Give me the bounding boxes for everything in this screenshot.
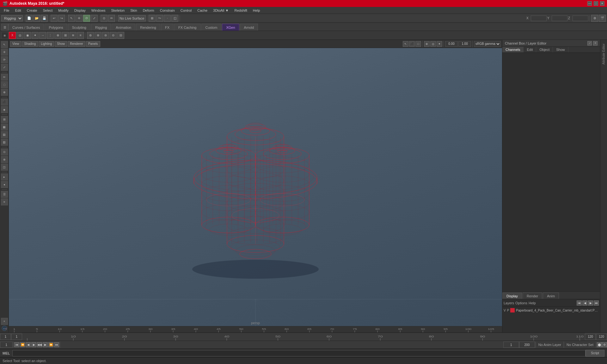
- close-button[interactable]: ✕: [600, 1, 604, 6]
- go-end-button[interactable]: ⏭: [54, 342, 59, 347]
- lt-rotate-tool[interactable]: ⟳: [1, 56, 8, 63]
- settings-button[interactable]: ⚙: [591, 15, 598, 22]
- display-layer-tab[interactable]: Display: [502, 293, 522, 299]
- layer-p-btn[interactable]: P: [507, 309, 509, 312]
- go-start-button[interactable]: ⏮: [14, 342, 19, 347]
- tab-animation[interactable]: Animation: [112, 24, 135, 31]
- sub-btn-13[interactable]: ⊜: [102, 32, 109, 39]
- sub-btn-7[interactable]: ⊕: [54, 32, 61, 39]
- lt-sculpt-tool[interactable]: ◌: [1, 81, 8, 88]
- help-menu[interactable]: Help: [529, 301, 536, 305]
- anim-layer-tab[interactable]: Anim: [543, 293, 559, 299]
- sub-btn-15[interactable]: ⊟: [117, 32, 124, 39]
- sub-btn-12[interactable]: ⊛: [95, 32, 101, 39]
- menu-display[interactable]: Display: [72, 7, 88, 14]
- menu-skin[interactable]: Skin: [128, 7, 139, 14]
- renderer-btn[interactable]: Renderer: [68, 41, 85, 47]
- rp-float-button[interactable]: ⤢: [587, 41, 592, 46]
- y-field[interactable]: [552, 15, 567, 21]
- tab-custom[interactable]: Custom: [201, 24, 222, 31]
- new-scene-button[interactable]: 📄: [26, 15, 33, 22]
- panels-btn[interactable]: Panels: [86, 41, 100, 47]
- layers-menu[interactable]: Layers: [504, 301, 514, 305]
- rotate-tool[interactable]: ⟳: [83, 15, 90, 22]
- tab-rendering[interactable]: Rendering: [136, 24, 160, 31]
- move-tool[interactable]: ✛: [76, 15, 83, 22]
- sub-btn-3[interactable]: ◉: [24, 32, 31, 39]
- menu-help[interactable]: Help: [250, 7, 263, 14]
- tab-fx-caching[interactable]: FX Caching: [174, 24, 200, 31]
- scale-tool[interactable]: ⤢: [91, 15, 98, 22]
- vp-field-1[interactable]: 0.00: [445, 41, 458, 47]
- lasso-select[interactable]: ⊙: [101, 15, 107, 22]
- tab-curves-surfaces[interactable]: Curves / Surfaces: [8, 24, 44, 31]
- current-frame-field[interactable]: [0, 342, 13, 348]
- tab-arnold[interactable]: Arnold: [240, 24, 258, 31]
- lt-tool-3[interactable]: ⊕: [1, 89, 8, 96]
- undo-button[interactable]: ↩: [51, 15, 58, 22]
- rp-close-button[interactable]: ✕: [593, 41, 598, 46]
- vp-btn-a[interactable]: ⊕: [424, 41, 430, 47]
- lt-tool-8[interactable]: ⊗: [1, 156, 8, 163]
- show-btn[interactable]: Show: [55, 41, 67, 47]
- tab-rigging[interactable]: Rigging: [91, 24, 111, 31]
- menu-create[interactable]: Create: [24, 7, 40, 14]
- open-scene-button[interactable]: 📂: [33, 15, 40, 22]
- menu-modify[interactable]: Modify: [56, 7, 71, 14]
- menu-file[interactable]: File: [1, 7, 12, 14]
- color-space-selector[interactable]: sRGB gamma: [474, 41, 501, 47]
- attr-editor-label[interactable]: Attribute Editor: [601, 41, 607, 67]
- menu-icon[interactable]: ☰: [1, 24, 8, 31]
- lt-scale-tool[interactable]: ⤢: [1, 64, 8, 71]
- sub-btn-4[interactable]: ✦: [32, 32, 39, 39]
- menu-select[interactable]: Select: [40, 7, 55, 14]
- sub-btn-11[interactable]: ⊚: [87, 32, 94, 39]
- lt-snap-grid[interactable]: ⊞: [1, 116, 8, 123]
- vp-poly-btn[interactable]: ⬛: [409, 41, 415, 47]
- range-end-field[interactable]: 200: [519, 342, 535, 348]
- tab-fx[interactable]: FX: [161, 24, 174, 31]
- play-back-button[interactable]: ◀◀: [37, 342, 42, 347]
- timeline-end-field[interactable]: 120: [596, 334, 607, 340]
- sub-btn-6[interactable]: ⋮: [47, 32, 54, 39]
- tab-sculpting[interactable]: Sculpting: [68, 24, 90, 31]
- save-scene-button[interactable]: 💾: [41, 15, 48, 22]
- playback-options-button[interactable]: ⚙: [602, 342, 607, 347]
- menu-windows[interactable]: Windows: [89, 7, 108, 14]
- menu-edit[interactable]: Edit: [13, 7, 24, 14]
- layer-nav-prev[interactable]: ◀: [582, 300, 587, 306]
- lt-tool-6[interactable]: ▥: [1, 139, 8, 146]
- range-start-field[interactable]: 1: [503, 342, 519, 348]
- prev-frame-button[interactable]: ◀: [26, 342, 31, 347]
- next-keyframe-button[interactable]: ⏩: [48, 342, 53, 347]
- render-settings-button[interactable]: 🎬: [599, 15, 606, 22]
- lt-paint-tool[interactable]: ✏: [1, 74, 8, 81]
- lt-move-tool[interactable]: ✛: [1, 49, 8, 56]
- sub-btn-5[interactable]: →: [39, 32, 46, 39]
- mode-selector[interactable]: Rigging: [1, 15, 23, 21]
- sub-btn-10[interactable]: ≡: [77, 32, 84, 39]
- vp-field-2[interactable]: 1.00: [458, 41, 471, 47]
- tab-xgen[interactable]: XGen: [222, 24, 239, 31]
- sub-btn-9[interactable]: ≋: [70, 32, 77, 39]
- view-btn[interactable]: View: [10, 41, 21, 47]
- timeline-start-field[interactable]: 1: [0, 334, 11, 340]
- vp-btn-b[interactable]: ◎: [430, 41, 436, 47]
- timeline-scrubber[interactable]: 10 20 30 40 50 60 70 80 90: [22, 333, 585, 341]
- lt-tool-4[interactable]: ⬛: [1, 99, 8, 106]
- playback-start-field[interactable]: 1: [11, 334, 22, 340]
- channels-tab[interactable]: Channels: [502, 47, 524, 52]
- play-button[interactable]: ▶: [31, 342, 36, 347]
- viewport[interactable]: View Shading Lighting Show Renderer Pane…: [9, 40, 502, 332]
- layer-color-swatch[interactable]: [510, 308, 515, 312]
- menu-cache[interactable]: Cache: [195, 7, 210, 14]
- snap-grid-button[interactable]: ⊞: [149, 15, 156, 22]
- render-layer-tab[interactable]: Render: [523, 293, 542, 299]
- snap-point-button[interactable]: ·: [164, 15, 171, 22]
- lt-snap-view[interactable]: ▤: [1, 131, 8, 138]
- lt-misc-2[interactable]: ≡: [1, 198, 8, 205]
- snap-curve-button[interactable]: 〜: [156, 15, 163, 22]
- lt-snap-curve[interactable]: ▦: [1, 124, 8, 130]
- x-field[interactable]: [531, 15, 547, 21]
- subtoolbar-toggle[interactable]: ◉: [1, 32, 8, 39]
